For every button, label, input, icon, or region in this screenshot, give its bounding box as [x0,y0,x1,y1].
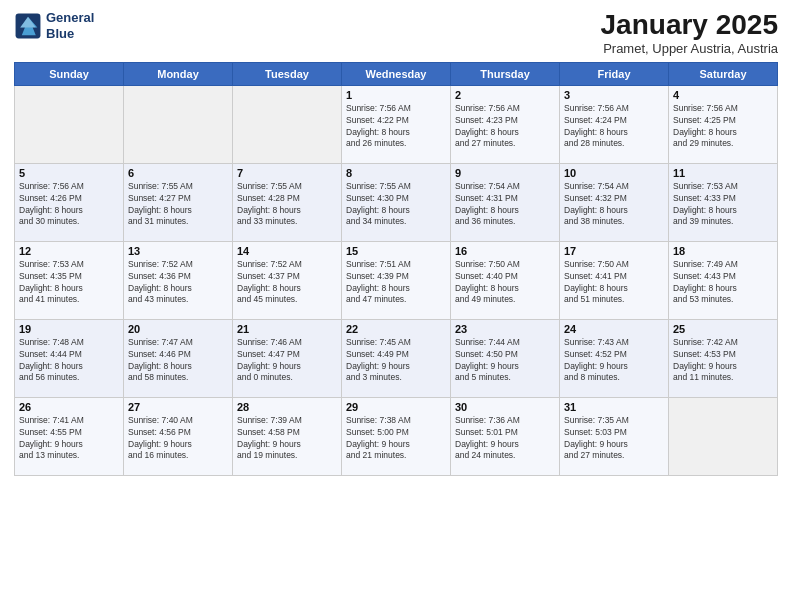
calendar-cell: 20Sunrise: 7:47 AM Sunset: 4:46 PM Dayli… [124,319,233,397]
weekday-header-monday: Monday [124,62,233,85]
day-number: 22 [346,323,446,335]
day-info: Sunrise: 7:47 AM Sunset: 4:46 PM Dayligh… [128,337,228,385]
day-number: 8 [346,167,446,179]
logo-text: General Blue [46,10,94,41]
calendar-week-1: 1Sunrise: 7:56 AM Sunset: 4:22 PM Daylig… [15,85,778,163]
day-number: 16 [455,245,555,257]
day-info: Sunrise: 7:46 AM Sunset: 4:47 PM Dayligh… [237,337,337,385]
day-number: 17 [564,245,664,257]
calendar-cell: 26Sunrise: 7:41 AM Sunset: 4:55 PM Dayli… [15,397,124,475]
day-info: Sunrise: 7:49 AM Sunset: 4:43 PM Dayligh… [673,259,773,307]
calendar-body: 1Sunrise: 7:56 AM Sunset: 4:22 PM Daylig… [15,85,778,475]
calendar-cell: 21Sunrise: 7:46 AM Sunset: 4:47 PM Dayli… [233,319,342,397]
day-number: 26 [19,401,119,413]
day-info: Sunrise: 7:53 AM Sunset: 4:35 PM Dayligh… [19,259,119,307]
day-number: 5 [19,167,119,179]
day-number: 14 [237,245,337,257]
day-info: Sunrise: 7:51 AM Sunset: 4:39 PM Dayligh… [346,259,446,307]
calendar-cell: 2Sunrise: 7:56 AM Sunset: 4:23 PM Daylig… [451,85,560,163]
weekday-header-tuesday: Tuesday [233,62,342,85]
day-info: Sunrise: 7:55 AM Sunset: 4:27 PM Dayligh… [128,181,228,229]
calendar-cell: 19Sunrise: 7:48 AM Sunset: 4:44 PM Dayli… [15,319,124,397]
day-info: Sunrise: 7:45 AM Sunset: 4:49 PM Dayligh… [346,337,446,385]
calendar-cell: 18Sunrise: 7:49 AM Sunset: 4:43 PM Dayli… [669,241,778,319]
calendar-week-3: 12Sunrise: 7:53 AM Sunset: 4:35 PM Dayli… [15,241,778,319]
calendar-cell: 24Sunrise: 7:43 AM Sunset: 4:52 PM Dayli… [560,319,669,397]
page-container: General Blue January 2025 Pramet, Upper … [0,0,792,484]
day-info: Sunrise: 7:54 AM Sunset: 4:32 PM Dayligh… [564,181,664,229]
weekday-header-saturday: Saturday [669,62,778,85]
calendar-cell: 17Sunrise: 7:50 AM Sunset: 4:41 PM Dayli… [560,241,669,319]
day-number: 13 [128,245,228,257]
day-number: 21 [237,323,337,335]
day-number: 29 [346,401,446,413]
logo: General Blue [14,10,94,41]
calendar-cell: 13Sunrise: 7:52 AM Sunset: 4:36 PM Dayli… [124,241,233,319]
day-number: 4 [673,89,773,101]
header: General Blue January 2025 Pramet, Upper … [14,10,778,56]
day-number: 31 [564,401,664,413]
day-info: Sunrise: 7:56 AM Sunset: 4:25 PM Dayligh… [673,103,773,151]
day-info: Sunrise: 7:43 AM Sunset: 4:52 PM Dayligh… [564,337,664,385]
weekday-header-row: SundayMondayTuesdayWednesdayThursdayFrid… [15,62,778,85]
weekday-header-sunday: Sunday [15,62,124,85]
calendar-cell: 1Sunrise: 7:56 AM Sunset: 4:22 PM Daylig… [342,85,451,163]
day-number: 7 [237,167,337,179]
day-info: Sunrise: 7:55 AM Sunset: 4:28 PM Dayligh… [237,181,337,229]
calendar-cell: 31Sunrise: 7:35 AM Sunset: 5:03 PM Dayli… [560,397,669,475]
calendar-week-4: 19Sunrise: 7:48 AM Sunset: 4:44 PM Dayli… [15,319,778,397]
calendar-cell: 28Sunrise: 7:39 AM Sunset: 4:58 PM Dayli… [233,397,342,475]
day-info: Sunrise: 7:39 AM Sunset: 4:58 PM Dayligh… [237,415,337,463]
day-number: 12 [19,245,119,257]
day-number: 15 [346,245,446,257]
day-info: Sunrise: 7:54 AM Sunset: 4:31 PM Dayligh… [455,181,555,229]
calendar-cell: 8Sunrise: 7:55 AM Sunset: 4:30 PM Daylig… [342,163,451,241]
day-number: 9 [455,167,555,179]
weekday-header-friday: Friday [560,62,669,85]
weekday-header-wednesday: Wednesday [342,62,451,85]
calendar-cell: 16Sunrise: 7:50 AM Sunset: 4:40 PM Dayli… [451,241,560,319]
day-info: Sunrise: 7:56 AM Sunset: 4:22 PM Dayligh… [346,103,446,151]
day-number: 2 [455,89,555,101]
day-info: Sunrise: 7:48 AM Sunset: 4:44 PM Dayligh… [19,337,119,385]
day-number: 28 [237,401,337,413]
day-number: 25 [673,323,773,335]
calendar-cell: 7Sunrise: 7:55 AM Sunset: 4:28 PM Daylig… [233,163,342,241]
calendar-cell: 3Sunrise: 7:56 AM Sunset: 4:24 PM Daylig… [560,85,669,163]
day-number: 23 [455,323,555,335]
calendar-week-2: 5Sunrise: 7:56 AM Sunset: 4:26 PM Daylig… [15,163,778,241]
calendar-cell: 30Sunrise: 7:36 AM Sunset: 5:01 PM Dayli… [451,397,560,475]
day-number: 18 [673,245,773,257]
day-info: Sunrise: 7:50 AM Sunset: 4:40 PM Dayligh… [455,259,555,307]
day-number: 11 [673,167,773,179]
calendar-cell [124,85,233,163]
calendar-cell: 5Sunrise: 7:56 AM Sunset: 4:26 PM Daylig… [15,163,124,241]
calendar-week-5: 26Sunrise: 7:41 AM Sunset: 4:55 PM Dayli… [15,397,778,475]
calendar-cell: 15Sunrise: 7:51 AM Sunset: 4:39 PM Dayli… [342,241,451,319]
day-number: 20 [128,323,228,335]
calendar-cell [233,85,342,163]
day-info: Sunrise: 7:38 AM Sunset: 5:00 PM Dayligh… [346,415,446,463]
weekday-header-thursday: Thursday [451,62,560,85]
calendar-cell: 14Sunrise: 7:52 AM Sunset: 4:37 PM Dayli… [233,241,342,319]
day-info: Sunrise: 7:56 AM Sunset: 4:26 PM Dayligh… [19,181,119,229]
calendar-cell: 23Sunrise: 7:44 AM Sunset: 4:50 PM Dayli… [451,319,560,397]
day-number: 3 [564,89,664,101]
location-subtitle: Pramet, Upper Austria, Austria [601,41,778,56]
calendar-cell: 25Sunrise: 7:42 AM Sunset: 4:53 PM Dayli… [669,319,778,397]
day-info: Sunrise: 7:44 AM Sunset: 4:50 PM Dayligh… [455,337,555,385]
day-info: Sunrise: 7:56 AM Sunset: 4:23 PM Dayligh… [455,103,555,151]
day-number: 27 [128,401,228,413]
calendar-cell: 29Sunrise: 7:38 AM Sunset: 5:00 PM Dayli… [342,397,451,475]
calendar-cell [15,85,124,163]
day-info: Sunrise: 7:52 AM Sunset: 4:36 PM Dayligh… [128,259,228,307]
day-number: 30 [455,401,555,413]
calendar-cell: 12Sunrise: 7:53 AM Sunset: 4:35 PM Dayli… [15,241,124,319]
day-info: Sunrise: 7:41 AM Sunset: 4:55 PM Dayligh… [19,415,119,463]
day-info: Sunrise: 7:36 AM Sunset: 5:01 PM Dayligh… [455,415,555,463]
day-number: 24 [564,323,664,335]
calendar-cell: 22Sunrise: 7:45 AM Sunset: 4:49 PM Dayli… [342,319,451,397]
title-block: January 2025 Pramet, Upper Austria, Aust… [601,10,778,56]
calendar-cell: 6Sunrise: 7:55 AM Sunset: 4:27 PM Daylig… [124,163,233,241]
calendar-header: SundayMondayTuesdayWednesdayThursdayFrid… [15,62,778,85]
